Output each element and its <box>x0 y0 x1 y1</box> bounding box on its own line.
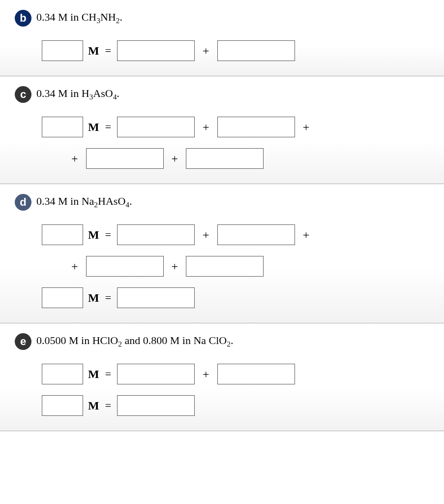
part-b-product2-input[interactable] <box>217 40 295 61</box>
unit-m-label: M <box>88 228 99 242</box>
unit-m-label: M <box>88 399 99 412</box>
unit-m-label: M <box>88 368 99 381</box>
part-c-badge: c <box>15 86 31 103</box>
part-c-header: c 0.34 M in H3AsO4. <box>15 86 429 103</box>
part-e: e 0.0500 M in HClO2 and 0.800 M in Na Cl… <box>0 323 444 431</box>
unit-m-label: M <box>88 291 99 305</box>
worksheet-container: b 0.34 M in CH3NH2. M = + c 0.34 M in H3… <box>0 0 444 431</box>
part-c-row1: M = + + <box>42 117 429 137</box>
part-e-row2: M = <box>42 395 429 416</box>
equals-label: = <box>105 228 111 241</box>
part-d-product1-input[interactable] <box>117 224 195 245</box>
part-d-row2: + + <box>42 256 429 277</box>
part-d: d 0.34 M in Na2HAsO4. M = + + + + <box>0 184 444 323</box>
part-e-formula1: HClO2 <box>92 334 122 346</box>
part-d-header: d 0.34 M in Na2HAsO4. <box>15 194 429 211</box>
part-e-conc1-input[interactable] <box>42 364 83 384</box>
part-b-product1-input[interactable] <box>117 40 195 61</box>
part-b: b 0.34 M in CH3NH2. M = + <box>0 0 444 76</box>
plus-label: + <box>303 121 310 134</box>
equals-label: = <box>105 44 111 57</box>
part-d-answers: M = + + + + M = <box>15 224 429 308</box>
part-e-prefix: 0.0500 M in <box>36 334 92 346</box>
part-c-row2: + + <box>42 148 429 169</box>
part-e-prompt: 0.0500 M in HClO2 and 0.800 M in Na ClO2… <box>36 334 233 349</box>
part-d-prefix: 0.34 M in <box>36 195 82 207</box>
part-d-row3: M = <box>42 287 429 308</box>
part-d-conc2-input[interactable] <box>42 287 83 308</box>
part-e-formula2: Na ClO2 <box>193 334 231 346</box>
part-e-conc2-input[interactable] <box>42 395 83 416</box>
part-b-prefix: 0.34 M in <box>36 11 82 23</box>
part-e-badge: e <box>15 333 31 350</box>
part-b-badge: b <box>15 10 31 27</box>
part-c-product1-input[interactable] <box>117 117 195 137</box>
part-d-product4-input[interactable] <box>186 256 264 277</box>
unit-m-label: M <box>88 44 99 58</box>
equals-label: = <box>105 291 111 304</box>
part-e-product3-input[interactable] <box>117 395 195 416</box>
plus-label: + <box>203 121 209 134</box>
part-d-row1: M = + + <box>42 224 429 245</box>
part-e-suffix: . <box>231 334 234 346</box>
part-b-formula: CH3NH2 <box>82 11 120 23</box>
part-b-header: b 0.34 M in CH3NH2. <box>15 10 429 27</box>
plus-label: + <box>203 228 209 242</box>
part-d-suffix: . <box>129 195 132 207</box>
equals-label: = <box>105 121 111 133</box>
part-d-badge: d <box>15 194 31 211</box>
part-d-product3-input[interactable] <box>86 256 164 277</box>
part-b-suffix: . <box>119 11 122 23</box>
part-b-conc-input[interactable] <box>42 40 83 61</box>
part-c-product4-input[interactable] <box>186 148 264 169</box>
plus-label: + <box>203 368 209 381</box>
part-c-answers: M = + + + + <box>15 117 429 169</box>
plus-label: + <box>71 152 78 165</box>
part-b-row1: M = + <box>42 40 429 61</box>
part-b-prompt: 0.34 M in CH3NH2. <box>36 10 122 26</box>
unit-m-label: M <box>88 121 99 134</box>
part-e-product2-input[interactable] <box>217 364 295 384</box>
part-e-row1: M = + <box>42 364 429 384</box>
part-d-product5-input[interactable] <box>117 287 195 308</box>
part-b-answers: M = + <box>15 40 429 61</box>
part-c-product2-input[interactable] <box>217 117 295 137</box>
part-d-product2-input[interactable] <box>217 224 295 245</box>
plus-label: + <box>172 260 178 273</box>
part-e-header: e 0.0500 M in HClO2 and 0.800 M in Na Cl… <box>15 333 429 350</box>
part-c-conc-input[interactable] <box>42 117 83 137</box>
part-e-mid: and 0.800 M in <box>122 334 193 346</box>
plus-label: + <box>203 44 209 58</box>
equals-label: = <box>105 399 111 412</box>
plus-label: + <box>172 152 178 165</box>
part-d-formula: Na2HAsO4 <box>82 195 129 207</box>
part-c-product3-input[interactable] <box>86 148 164 169</box>
part-c-prompt: 0.34 M in H3AsO4. <box>36 87 119 102</box>
part-d-prompt: 0.34 M in Na2HAsO4. <box>36 194 132 210</box>
part-c-prefix: 0.34 M in <box>36 87 82 99</box>
part-c-formula: H3AsO4 <box>82 87 117 99</box>
equals-label: = <box>105 368 111 380</box>
part-e-product1-input[interactable] <box>117 364 195 384</box>
part-c-suffix: . <box>117 87 119 99</box>
plus-label: + <box>71 260 78 273</box>
part-e-answers: M = + M = <box>15 364 429 416</box>
part-c: c 0.34 M in H3AsO4. M = + + + + <box>0 76 444 184</box>
plus-label: + <box>303 228 310 242</box>
part-d-conc1-input[interactable] <box>42 224 83 245</box>
